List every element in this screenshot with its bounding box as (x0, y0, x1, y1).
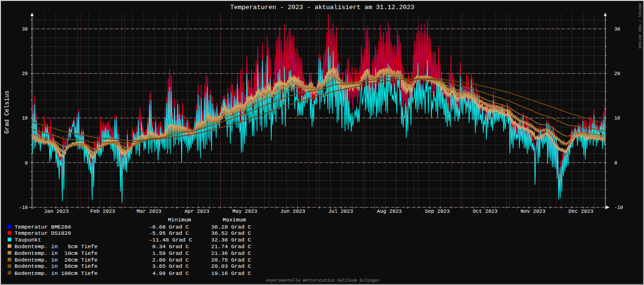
svg-text:Taupunkt: Taupunkt (15, 237, 42, 243)
svg-text:Bodentemp. in 20cm Tiefe: Bodentemp. in 20cm Tiefe (15, 257, 98, 263)
svg-text:20.03 Grad C: 20.03 Grad C (211, 263, 251, 269)
svg-text:Temperatur BME280: Temperatur BME280 (15, 224, 71, 230)
svg-text:10: 10 (614, 116, 620, 121)
svg-text:36.52 Grad C: 36.52 Grad C (211, 230, 251, 236)
svg-text:19.16 Grad C: 19.16 Grad C (211, 270, 251, 276)
svg-text:Oct 2023: Oct 2023 (473, 208, 498, 214)
svg-text:10: 10 (22, 116, 28, 121)
svg-text:2.06 Grad C: 2.06 Grad C (149, 257, 189, 263)
svg-text:-10: -10 (19, 205, 28, 210)
svg-text:20.75 Grad C: 20.75 Grad C (211, 257, 251, 263)
svg-text:20: 20 (614, 71, 620, 77)
svg-text:Bodentemp. in 100cm Tiefe: Bodentemp. in 100cm Tiefe (15, 270, 98, 276)
svg-text:Minimum: Minimum (168, 217, 191, 223)
svg-text:Grad Celsius: Grad Celsius (4, 90, 11, 134)
svg-text:Temperatur DS1820: Temperatur DS1820 (15, 230, 71, 236)
svg-text:Aug 2023: Aug 2023 (377, 208, 402, 214)
svg-text:20: 20 (22, 71, 28, 77)
svg-text:Bodentemp. in 10cm Tiefe: Bodentemp. in 10cm Tiefe (15, 250, 98, 256)
svg-text:experimentelle Wetterstation G: experimentelle Wetterstation Galileum So… (266, 278, 379, 283)
svg-text:30: 30 (614, 27, 620, 32)
svg-text:Apr 2023: Apr 2023 (184, 208, 209, 214)
svg-text:21.74 Grad C: 21.74 Grad C (211, 243, 251, 250)
svg-text:21.36 Grad C: 21.36 Grad C (211, 250, 251, 256)
svg-text:36.28 Grad C: 36.28 Grad C (211, 224, 251, 230)
svg-text:RRDTOOL / TOBI OETIKER: RRDTOOL / TOBI OETIKER (638, 3, 642, 49)
svg-text:0.34 Grad C: 0.34 Grad C (149, 243, 189, 250)
svg-text:Bodentemp. in 5cm Tiefe: Bodentemp. in 5cm Tiefe (15, 243, 98, 250)
svg-text:Nov 2023: Nov 2023 (521, 208, 546, 214)
svg-text:-11.48 Grad C: -11.48 Grad C (149, 237, 192, 243)
svg-text:Bodentemp. in 50cm Tiefe: Bodentemp. in 50cm Tiefe (15, 263, 98, 269)
svg-text:Dec 2023: Dec 2023 (569, 208, 593, 214)
svg-text:Temperaturen - 2023 - aktualis: Temperaturen - 2023 - aktualisiert am 31… (230, 4, 415, 11)
svg-text:May 2023: May 2023 (233, 208, 258, 214)
svg-text:30: 30 (22, 27, 28, 32)
svg-text:Jan 2023: Jan 2023 (44, 208, 69, 214)
svg-text:Jun 2023: Jun 2023 (280, 208, 305, 214)
svg-text:-6.68 Grad C: -6.68 Grad C (149, 224, 189, 230)
svg-text:1.59 Grad C: 1.59 Grad C (149, 250, 189, 256)
svg-text:Jul 2023: Jul 2023 (328, 208, 353, 214)
svg-text:Maximum: Maximum (223, 217, 246, 223)
svg-text:0: 0 (25, 161, 28, 166)
svg-text:Mar 2023: Mar 2023 (137, 208, 161, 214)
svg-text:Sep 2023: Sep 2023 (425, 208, 450, 214)
svg-text:32.38 Grad C: 32.38 Grad C (211, 237, 251, 243)
svg-text:4.98 Grad C: 4.98 Grad C (149, 270, 189, 276)
svg-text:-10: -10 (614, 205, 623, 210)
svg-text:-5.95 Grad C: -5.95 Grad C (149, 230, 189, 236)
svg-text:0: 0 (614, 161, 617, 166)
svg-text:3.65 Grad C: 3.65 Grad C (149, 263, 189, 269)
svg-text:Feb 2023: Feb 2023 (90, 208, 115, 214)
